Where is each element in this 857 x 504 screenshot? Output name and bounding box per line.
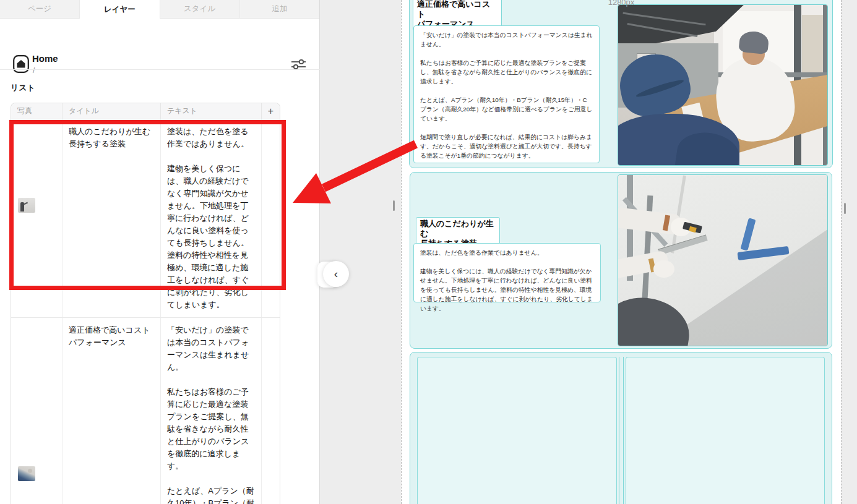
photo-meeting[interactable] (618, 4, 828, 166)
table-row[interactable]: 職人のこだわりが生む長持ちする塗装 塗装は、ただ色を塗る作業ではありません。 建… (11, 119, 280, 318)
row1-photo-cell[interactable] (11, 119, 62, 317)
row1-title-cell[interactable]: 職人のこだわりが生む長持ちする塗装 (62, 119, 160, 317)
empty-column-left[interactable] (417, 357, 617, 504)
collapse-panel-button[interactable]: ‹ (323, 261, 349, 287)
photo-taping-wall[interactable] (618, 174, 828, 346)
column-header-text: テキスト (160, 103, 261, 119)
row1-thumbnail[interactable] (18, 198, 35, 213)
add-column-button[interactable]: + (261, 103, 280, 119)
table-header-row: 写真 タイトル テキスト + (11, 103, 280, 119)
column-header-title: タイトル (62, 103, 160, 119)
row2-title-cell[interactable]: 適正価格で高いコストパフォーマンス (62, 318, 160, 504)
design-canvas[interactable]: 1280px 適正価格で高いコスト パフォーマンス 「安いだけ」の塗装では本当の… (401, 0, 842, 504)
row1-text-cell[interactable]: 塗装は、ただ色を塗る作業ではありません。 建物を美しく保つには、職人の経験だけで… (160, 119, 261, 317)
row1-extra-cell (261, 119, 280, 317)
row2-thumbnail[interactable] (18, 466, 35, 481)
tab-styles[interactable]: スタイル (160, 0, 240, 18)
tab-add[interactable]: 追加 (240, 0, 319, 18)
panel-divider (0, 69, 320, 70)
row2-photo-cell[interactable] (11, 318, 62, 504)
chevron-left-icon: ‹ (334, 267, 338, 281)
section1-body-text[interactable]: 「安いだけ」の塗装では本当のコストパフォーマンスは生まれません。 私たちはお客様… (413, 25, 600, 163)
column-header-photo: 写真 (11, 106, 62, 116)
home-page-icon (13, 55, 29, 73)
panel-tabbar: ページ レイヤー スタイル 追加 (0, 0, 319, 19)
table-row[interactable]: 適正価格で高いコストパフォーマンス 「安いだけ」の塗装では本当のコストパフォーマ… (11, 318, 280, 504)
list-section-label: リスト (11, 82, 35, 93)
section2-body-text[interactable]: 塗装は、ただ色を塗る作業ではありません。 建物を美しく保つには、職人の経験だけで… (413, 243, 601, 302)
panel-collapse-control: ‹ (316, 260, 351, 289)
cms-list-table: 写真 タイトル テキスト + 職人のこだわりが生む長持ちする塗装 塗装は、ただ色… (11, 103, 280, 504)
white-glove (653, 260, 674, 278)
page-title[interactable]: Home (32, 53, 58, 64)
tab-layers[interactable]: レイヤー (80, 0, 160, 19)
thumbnail-figure (28, 469, 32, 473)
page-path: / (33, 66, 35, 75)
empty-column-right[interactable] (626, 357, 825, 504)
tab-pages[interactable]: ページ (0, 0, 80, 18)
thumbnail-image (18, 466, 35, 481)
canvas-resize-handle-left[interactable] (393, 200, 395, 211)
column-divider[interactable] (619, 357, 624, 504)
editor-left-panel: ページ レイヤー スタイル 追加 Home / リスト 写真 タイトル テキスト… (0, 0, 320, 504)
canvas-resize-handle-right[interactable] (844, 203, 846, 214)
page-header-row: Home / (0, 19, 319, 69)
row2-text-cell[interactable]: 「安いだけ」の塗装では本当のコストパフォーマンスは生まれません。 私たちはお客様… (160, 318, 261, 504)
canvas-width-label: 1280px (402, 0, 841, 7)
row2-extra-cell (261, 318, 280, 504)
